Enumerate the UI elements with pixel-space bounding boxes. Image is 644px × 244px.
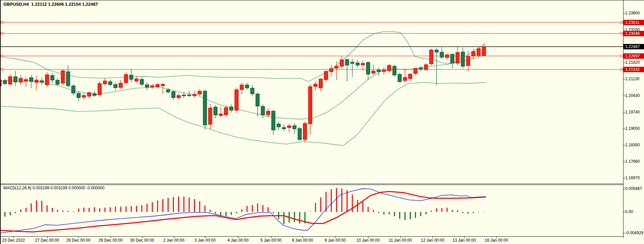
candle-body xyxy=(87,93,91,96)
candle-body xyxy=(50,76,54,80)
macd-panel-plot[interactable] xyxy=(1,185,623,236)
level-line-handle-left xyxy=(1,68,3,70)
candle-body xyxy=(177,95,180,98)
candle-body xyxy=(477,49,481,56)
candle-body xyxy=(40,81,44,82)
time-tick-label: 28 Dec 00:00 xyxy=(66,238,90,243)
candle-body xyxy=(324,71,328,80)
candle-body xyxy=(414,68,417,74)
candle-body xyxy=(13,77,17,82)
price-tick-label: 1.21820 xyxy=(625,60,640,65)
candle-body xyxy=(387,65,391,71)
candle-body xyxy=(424,65,428,70)
candle-body xyxy=(308,87,312,124)
candle-body xyxy=(419,68,422,69)
price-tick-label: 1.20430 xyxy=(625,93,640,98)
price-tick-label: 1.17660 xyxy=(625,159,640,164)
macd-tick-mark xyxy=(623,233,625,233)
macd-tick-mark xyxy=(623,189,625,189)
candle-body xyxy=(345,59,349,65)
candle-body xyxy=(472,51,475,56)
candle-body xyxy=(456,52,459,63)
candle-body xyxy=(408,74,412,79)
candle-body xyxy=(361,63,365,65)
candle-body xyxy=(1,80,2,86)
candle-body xyxy=(240,85,244,90)
candle-body xyxy=(440,52,444,57)
candle-body xyxy=(129,75,133,79)
candle-body xyxy=(98,84,102,95)
candle-body xyxy=(61,70,65,83)
time-tick-label: 12 Jan 00:00 xyxy=(421,238,444,243)
time-tick-label: 2 Jan 00:00 xyxy=(163,238,185,243)
candle-body xyxy=(256,94,259,106)
candle-body xyxy=(208,108,212,125)
price-chart-plot[interactable] xyxy=(1,0,623,184)
candle-body xyxy=(450,54,454,63)
candle-body xyxy=(198,91,202,94)
candle-body xyxy=(161,84,165,86)
level-line-handle-left xyxy=(1,33,3,35)
candle-body xyxy=(393,66,396,75)
candle-body xyxy=(303,124,307,140)
candle-body xyxy=(214,107,217,115)
macd-tick-label: -0.004929 xyxy=(625,230,643,236)
candle-body xyxy=(298,129,301,140)
candle-body xyxy=(261,106,265,115)
time-tick-label: 10 Jan 00:00 xyxy=(356,238,379,243)
level-line-handle-right xyxy=(621,55,623,57)
candle-body xyxy=(171,92,175,98)
level-line-handle-left xyxy=(1,55,3,57)
price-badge-current: 1.22487 xyxy=(623,44,644,49)
macd-tick-label: 0.00 xyxy=(625,209,633,214)
candle-body xyxy=(140,79,144,85)
candle-body xyxy=(24,80,28,82)
time-tick-label: 11 Jan 00:00 xyxy=(389,238,412,243)
candle-body xyxy=(29,78,33,82)
candle-body xyxy=(314,84,317,87)
time-tick-label: 30 Dec 00:00 xyxy=(130,238,154,243)
time-tick-label: 5 Jan 00:00 xyxy=(260,238,282,243)
candle-body xyxy=(166,90,170,92)
price-badge-level[interactable]: 1.22097 xyxy=(623,53,644,59)
time-tick-label: 4 Jan 00:00 xyxy=(228,238,249,243)
candle-body xyxy=(103,81,107,84)
time-tick-label: 6 Jan 00:00 xyxy=(292,238,313,243)
mt4-chart-window: GBPUSD,H4 1.22112 1.22606 1.22104 1.2248… xyxy=(0,0,644,244)
candle-body xyxy=(193,94,196,96)
candle-body xyxy=(266,111,270,115)
time-tick-label: 29 Dec 00:00 xyxy=(98,238,122,243)
candle-body xyxy=(8,77,12,84)
candle-body xyxy=(245,85,249,88)
candle-body xyxy=(124,75,128,83)
time-tick-label: 9 Jan 00:00 xyxy=(325,238,346,243)
time-axis-border xyxy=(1,236,623,237)
candle-body xyxy=(35,80,38,83)
candle-body xyxy=(329,68,333,72)
candle-body xyxy=(319,79,323,88)
candle-body xyxy=(45,75,49,85)
candle-body xyxy=(292,126,296,129)
candle-body xyxy=(340,60,344,66)
candle-body xyxy=(203,91,207,125)
time-tick-label: 16 Jan 00:00 xyxy=(485,238,508,243)
candle-body xyxy=(82,95,86,97)
level-line-handle-left xyxy=(1,21,3,23)
candle-body xyxy=(482,47,486,56)
price-tick-label: 1.23900 xyxy=(625,10,640,16)
candle-body xyxy=(466,56,470,66)
candle-body xyxy=(277,124,280,127)
candle-body xyxy=(335,66,338,68)
price-badge-level[interactable]: 1.21532 xyxy=(623,67,644,72)
price-badge-level[interactable]: 1.23046 xyxy=(623,31,644,36)
candle-body xyxy=(435,50,438,52)
price-badge-level[interactable]: 1.23511 xyxy=(623,20,644,25)
candle-body xyxy=(382,70,386,71)
candle-body xyxy=(224,107,228,115)
price-tick-label: 1.19050 xyxy=(625,126,640,131)
candle-body xyxy=(272,111,275,130)
candle-body xyxy=(156,85,159,87)
candle-body xyxy=(282,128,286,129)
time-tick-label: 13 Jan 00:00 xyxy=(452,238,476,243)
candle-body xyxy=(77,93,80,98)
